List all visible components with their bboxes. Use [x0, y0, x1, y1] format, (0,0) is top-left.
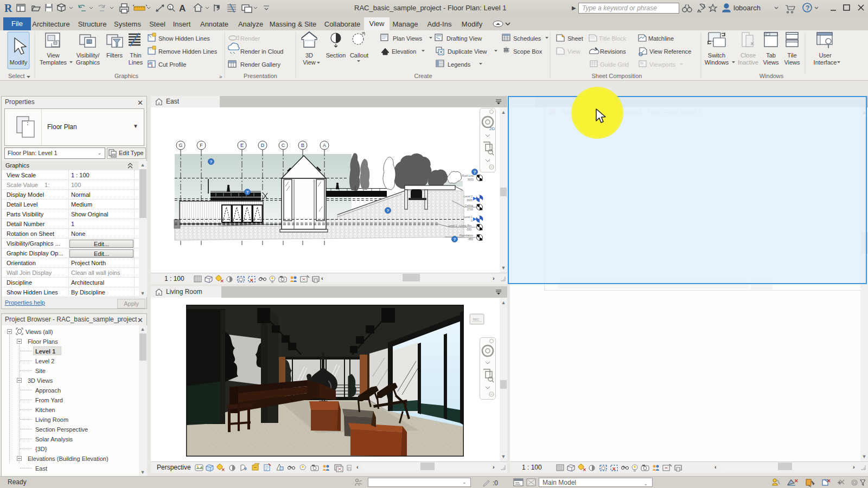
svg-text:Presentation: Presentation — [244, 73, 277, 79]
svg-text:3D: 3D — [305, 52, 313, 59]
svg-text:✕: ✕ — [794, 478, 799, 484]
svg-text:User: User — [819, 52, 832, 59]
svg-text:Graphics: Graphics — [114, 73, 139, 79]
svg-text:Callout: Callout — [350, 52, 368, 59]
svg-text:Render Gallery: Render Gallery — [240, 61, 280, 68]
svg-text:Show Hidden Lines: Show Hidden Lines — [158, 35, 210, 42]
svg-text:SEC: SEC — [473, 318, 480, 321]
svg-text:Tab: Tab — [766, 52, 776, 59]
svg-text:View: View — [303, 59, 316, 66]
svg-text:Sheet: Sheet — [567, 35, 583, 42]
svg-text:✕: ✕ — [221, 467, 225, 472]
svg-text:Foundation: Foundation — [459, 234, 473, 237]
svg-text:Ceiling: Ceiling — [465, 204, 474, 207]
svg-text:Elevation: Elevation — [392, 48, 416, 55]
svg-text:View: View — [567, 48, 580, 55]
svg-text:Tile: Tile — [787, 52, 796, 59]
svg-text:-550: -550 — [466, 228, 471, 231]
svg-text:G: G — [178, 143, 182, 148]
svg-text:Guide Grid: Guide Grid — [600, 61, 629, 68]
svg-text:1: 1 — [169, 5, 171, 10]
svg-text:3000: 3000 — [467, 198, 473, 202]
svg-text:✕: ✕ — [250, 278, 254, 283]
svg-text:?: ? — [210, 159, 213, 164]
svg-text:Matchline: Matchline — [648, 35, 674, 42]
svg-text:Lines: Lines — [129, 59, 143, 66]
svg-text:A: A — [179, 3, 186, 14]
svg-text:View Reference: View Reference — [649, 48, 691, 55]
svg-text:Views: Views — [784, 59, 800, 66]
svg-text:C: C — [282, 143, 285, 148]
svg-text:Title Block: Title Block — [599, 35, 627, 42]
svg-text:Duplicate View: Duplicate View — [448, 48, 487, 55]
svg-text:?: ? — [246, 190, 249, 195]
svg-text:?: ? — [474, 170, 476, 175]
svg-text:Graphics: Graphics — [76, 59, 100, 66]
svg-text:Modify: Modify — [10, 59, 28, 66]
svg-text:»: » — [219, 74, 222, 80]
svg-text:Scope Box: Scope Box — [513, 48, 542, 55]
svg-text:Views: Views — [763, 59, 779, 66]
svg-text:A: A — [323, 143, 326, 148]
svg-text:Plan Views: Plan Views — [393, 35, 423, 42]
svg-text:Thin: Thin — [130, 52, 141, 59]
svg-text:View: View — [47, 52, 60, 59]
svg-text:?: ? — [454, 237, 456, 242]
svg-text:Render: Render — [240, 35, 260, 42]
svg-text:Windows: Windows — [760, 73, 784, 79]
svg-text:E: E — [240, 143, 244, 148]
svg-text:9000: 9000 — [468, 178, 474, 181]
svg-text:Interface: Interface — [814, 59, 837, 66]
svg-text:Windows: Windows — [705, 59, 729, 66]
svg-text:Roof Line: Roof Line — [462, 174, 474, 177]
svg-text:Render in Cloud: Render in Cloud — [240, 48, 284, 55]
svg-text:2700: 2700 — [467, 208, 473, 211]
svg-text:R: R — [4, 2, 12, 14]
svg-text:?: ? — [806, 4, 809, 12]
svg-text:Create: Create — [414, 73, 432, 79]
svg-text:0: 0 — [471, 219, 473, 222]
svg-text:✕: ✕ — [827, 478, 831, 484]
svg-text:Section: Section — [326, 52, 346, 59]
svg-text:B: B — [301, 143, 304, 148]
svg-text:Select: Select — [8, 73, 25, 79]
svg-text:Level 1: Level 1 — [464, 215, 473, 219]
svg-text:✕: ✕ — [220, 279, 224, 284]
svg-text:loboarch: loboarch — [733, 4, 761, 12]
svg-text:Switch: Switch — [708, 52, 725, 59]
svg-text:Level 1 - Living Rm: Level 1 - Living Rm — [448, 224, 471, 227]
svg-text:Inactive: Inactive — [738, 59, 758, 66]
svg-text:Schedules: Schedules — [513, 35, 541, 42]
svg-text:F: F — [200, 143, 203, 148]
svg-text:Sheet Composition: Sheet Composition — [592, 73, 642, 79]
svg-text:9: 9 — [244, 466, 247, 471]
svg-text:Level 2: Level 2 — [464, 195, 473, 198]
svg-text:Revisions: Revisions — [600, 48, 626, 55]
svg-text::0: :0 — [493, 479, 498, 487]
svg-text:?: ? — [387, 208, 390, 213]
svg-text:2D: 2D — [489, 126, 495, 131]
svg-text:Drafting View: Drafting View — [446, 35, 482, 42]
svg-text:Cut Profile: Cut Profile — [158, 61, 186, 68]
svg-text:D: D — [261, 143, 265, 148]
svg-text:Templates: Templates — [40, 59, 67, 66]
svg-text:Remove Hidden Lines: Remove Hidden Lines — [158, 48, 218, 55]
svg-text:Visibility/: Visibility/ — [76, 52, 100, 59]
svg-text:Legends: Legends — [448, 61, 471, 68]
svg-text:-850: -850 — [468, 237, 473, 241]
svg-text:Viewports: Viewports — [649, 61, 676, 68]
svg-text:Filters: Filters — [106, 52, 123, 59]
svg-text:Close: Close — [741, 52, 756, 59]
